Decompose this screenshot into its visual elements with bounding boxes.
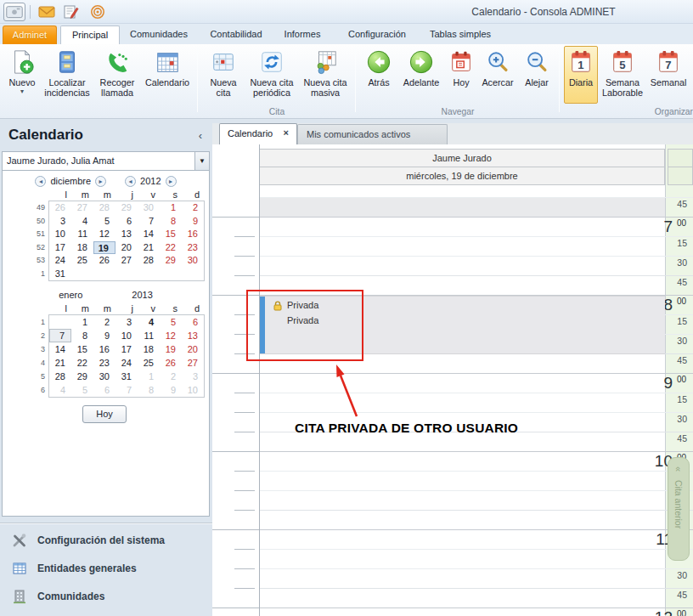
ribbon-button-localizar-incidencias[interactable]: Localizar incidencias <box>41 46 93 104</box>
day-cell[interactable]: 9 <box>93 329 116 342</box>
next-year-icon[interactable]: ▸ <box>166 176 177 187</box>
day-cell[interactable]: 7 <box>138 215 160 229</box>
day-cell[interactable]: 8 <box>160 215 182 229</box>
day-cell[interactable]: 1 <box>160 201 182 215</box>
day-cell[interactable]: 5 <box>160 315 182 329</box>
day-cell[interactable]: 4 <box>49 383 71 397</box>
day-cell[interactable]: 27 <box>116 254 138 268</box>
day-cell[interactable]: 13 <box>182 329 204 342</box>
time-slot-row[interactable]: 30 <box>212 257 693 276</box>
day-cell[interactable]: 13 <box>116 228 138 241</box>
chevron-down-icon[interactable]: ▼ <box>194 152 209 170</box>
day-cell[interactable]: 25 <box>138 356 160 370</box>
day-cell[interactable]: 12 <box>93 228 116 241</box>
day-cell[interactable]: 12 <box>160 329 182 342</box>
tab-tablas-simples[interactable]: Tablas simples <box>425 25 496 44</box>
day-cell[interactable]: 20 <box>182 342 204 356</box>
day-cell[interactable]: 19 <box>93 241 116 255</box>
tab-configuracion[interactable]: Configuración <box>341 25 413 44</box>
day-cell[interactable]: 20 <box>116 241 138 255</box>
app-window-icon[interactable] <box>3 3 25 21</box>
day-cell[interactable]: 26 <box>93 254 116 268</box>
day-cell[interactable]: 10 <box>49 228 71 241</box>
day-cell[interactable]: 17 <box>49 241 71 255</box>
day-cell[interactable]: 21 <box>49 356 71 370</box>
ribbon-button-atr-s[interactable]: Atrás <box>360 46 397 104</box>
day-cell[interactable]: 3 <box>182 370 204 383</box>
day-cell[interactable]: 9 <box>160 383 182 397</box>
day-cell[interactable]: 15 <box>160 228 182 241</box>
day-cell[interactable]: 7 <box>116 383 138 397</box>
time-slot-row[interactable]: 30 <box>212 569 693 589</box>
day-cell[interactable]: 19 <box>160 342 182 356</box>
day-cell[interactable]: 31 <box>116 370 138 383</box>
day-cell[interactable]: 6 <box>93 383 116 397</box>
day-cell[interactable]: 5 <box>93 215 116 229</box>
day-cell[interactable]: 17 <box>116 342 138 356</box>
day-cell[interactable]: 3 <box>49 215 71 229</box>
time-slot-row[interactable]: 15 <box>212 472 693 491</box>
sidebar-item-configuraci-n-del-sistema[interactable]: Configuración del sistema <box>0 528 212 552</box>
day-cell[interactable]: 6 <box>116 215 138 229</box>
sidebar-item-partial[interactable] <box>0 611 212 616</box>
ribbon-button-nueva-cita-peri-dica[interactable]: Nueva cita periódica <box>245 46 299 104</box>
day-cell[interactable]: 29 <box>116 201 138 215</box>
sidebar-item-comunidades[interactable]: Comunidades <box>0 585 212 608</box>
time-slot-row[interactable]: 45 <box>212 589 693 608</box>
day-cell[interactable]: 28 <box>138 254 160 268</box>
day-cell[interactable]: 8 <box>71 329 93 342</box>
tab-principal[interactable]: Principal <box>60 25 120 44</box>
ribbon-button-semanal[interactable]: 7Semanal <box>647 46 690 104</box>
day-cell[interactable]: 23 <box>182 241 204 255</box>
time-slot-row[interactable]: 15 <box>212 237 693 257</box>
day-cell[interactable]: 10 <box>116 329 138 342</box>
day-cell[interactable]: 10 <box>182 383 204 397</box>
time-slot-row[interactable]: 700 <box>212 218 693 237</box>
time-slot-row[interactable] <box>212 187 693 198</box>
day-cell[interactable]: 6 <box>182 315 204 329</box>
time-slot-row[interactable]: 1000 <box>212 452 693 472</box>
owner-dropdown[interactable]: Jaume Jurado, Julia Amat ▼ <box>3 152 209 171</box>
day-cell[interactable] <box>116 268 138 281</box>
day-cell[interactable]: 2 <box>182 201 204 215</box>
day-cell[interactable]: 22 <box>160 241 182 255</box>
prev-month-icon[interactable]: ◂ <box>35 176 46 187</box>
day-cell[interactable]: 27 <box>182 356 204 370</box>
day-cell[interactable] <box>160 268 182 281</box>
mail-icon[interactable] <box>38 4 55 20</box>
ribbon-button-nuevo[interactable]: Nuevo▾ <box>3 46 41 104</box>
time-slot-row[interactable]: 30 <box>212 491 693 511</box>
day-cell[interactable]: 14 <box>138 228 160 241</box>
time-slot-row[interactable]: 900 <box>212 374 693 393</box>
day-cell[interactable]: 3 <box>116 315 138 329</box>
day-cell[interactable]: 28 <box>49 370 71 383</box>
day-cell[interactable]: 15 <box>71 342 93 356</box>
previous-appointment-handle[interactable]: « Cita anterior <box>668 457 690 561</box>
day-cell[interactable] <box>49 315 71 329</box>
day-cell[interactable] <box>71 268 93 281</box>
day-cell[interactable]: 7 <box>49 329 71 342</box>
day-cell[interactable]: 11 <box>138 329 160 342</box>
day-cell[interactable]: 14 <box>49 342 71 356</box>
time-slot-row[interactable]: 15 <box>212 393 693 413</box>
broadcast-icon[interactable] <box>89 4 106 20</box>
doc-tab-mis-comunicados[interactable]: Mis comunicados activos <box>297 124 448 144</box>
ribbon-button-adelante[interactable]: Adelante <box>397 46 445 104</box>
ribbon-button-recoger-llamada[interactable]: Recoger llamada <box>93 46 141 104</box>
day-cell[interactable]: 29 <box>160 254 182 268</box>
tab-adminet[interactable]: Adminet <box>3 25 57 44</box>
doc-tab-calendario[interactable]: Calendario × <box>219 123 297 144</box>
prev-year-icon[interactable]: ◂ <box>125 176 136 187</box>
ribbon-button-calendario[interactable]: Calendario <box>141 46 194 104</box>
day-cell[interactable]: 21 <box>138 241 160 255</box>
collapse-sidebar-icon[interactable]: ‹ <box>199 129 202 142</box>
next-month-icon[interactable]: ▸ <box>95 176 106 187</box>
day-cell[interactable]: 24 <box>49 254 71 268</box>
ribbon-button-nueva-cita-masiva[interactable]: Nueva cita masiva <box>299 46 352 104</box>
day-cell[interactable]: 22 <box>71 356 93 370</box>
day-cell[interactable] <box>138 268 160 281</box>
day-cell[interactable]: 1 <box>138 370 160 383</box>
today-button[interactable]: Hoy <box>82 405 127 423</box>
day-cell[interactable]: 4 <box>138 315 160 329</box>
tab-comunidades[interactable]: Comunidades <box>123 25 194 44</box>
